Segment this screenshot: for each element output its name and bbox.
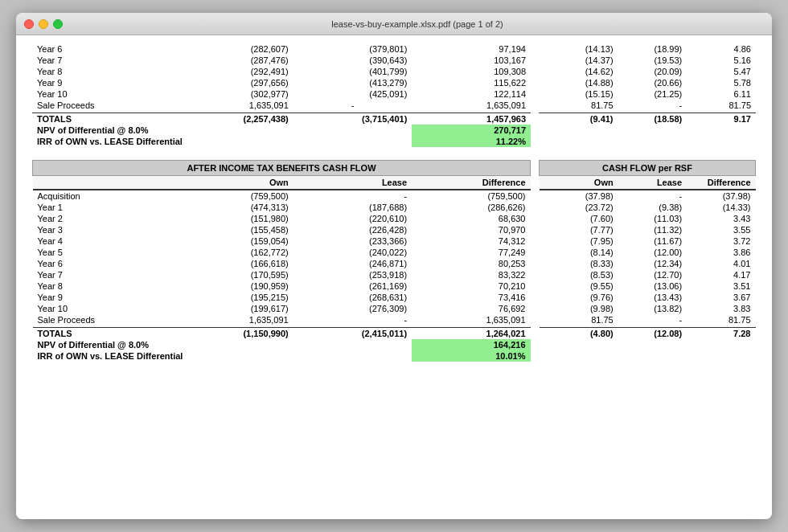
lease-value: (261,169) (293, 280, 412, 292)
maximize-button[interactable] (53, 19, 63, 29)
own-value: (474,313) (174, 202, 293, 213)
own-value: (162,772) (174, 247, 293, 258)
table-row: (9.55) (13.06) 3.51 (540, 280, 756, 292)
row-label: Year 9 (33, 292, 175, 303)
table-row: Year 9 (195,215) (268,631) 73,416 (33, 292, 531, 303)
diff-rsf: 3.43 (687, 213, 755, 224)
col-header-lease-rsf: Lease (618, 176, 687, 190)
irr-value: 10.01% (412, 350, 530, 362)
lease-rsf: (12.70) (618, 269, 687, 280)
col-header-diff-rsf: Difference (687, 176, 755, 190)
row-label: Year 6 (33, 258, 175, 269)
lease-rsf: (20.09) (618, 66, 687, 77)
diff-value: 97,194 (412, 43, 531, 55)
diff-value: 83,322 (412, 269, 530, 280)
close-button[interactable] (24, 19, 34, 29)
own-value: (151,980) (174, 213, 293, 224)
table-row: Sale Proceeds 1,635,091 - 1,635,091 (32, 100, 531, 111)
diff-value: 1,635,091 (412, 314, 530, 325)
own-rsf: (14.88) (549, 77, 618, 88)
table-row: (8.53) (12.70) 4.17 (540, 269, 756, 280)
totals-diff: 1,264,021 (412, 328, 530, 340)
table-row: Year 5 (162,772) (240,022) 77,249 (33, 247, 531, 258)
irr-label: IRR of OWN vs. LEASE Differential (32, 136, 412, 147)
lease-rsf: (18.99) (618, 43, 687, 55)
totals-label: TOTALS (33, 328, 175, 340)
after-tax-left-table: AFTER INCOME TAX BENEFITS CASH FLOW Own … (32, 160, 531, 362)
npv-row: NPV of Differential @ 8.0% 270,717 (32, 125, 531, 136)
col-header-own-rsf: Own (549, 176, 618, 190)
diff-value: 122,114 (412, 88, 531, 100)
lease-value: - (293, 314, 412, 325)
row-label: Year 10 (33, 303, 175, 314)
irr-label: IRR of OWN vs. LEASE Differential (33, 350, 412, 362)
table-row: Year 3 (155,458) (226,428) 70,970 (33, 224, 531, 235)
own-rsf: (14.13) (549, 43, 618, 55)
own-rsf: (9.76) (549, 292, 618, 303)
left-panel-top: Year 6 (282,607) (379,801) 97,194 Year 7… (32, 43, 531, 147)
table-row: (9.98) (13.82) 3.83 (540, 303, 756, 314)
totals-row: TOTALS (2,257,438) (3,715,401) 1,457,963 (32, 113, 531, 125)
lease-value: (187,688) (293, 202, 412, 213)
own-value: (282,607) (174, 43, 293, 55)
row-label: Year 6 (32, 43, 174, 55)
table-row: (14.13) (18.99) 4.86 (539, 43, 756, 55)
minimize-button[interactable] (39, 19, 48, 29)
table-row: (23.72) (9.38) (14.33) (540, 202, 756, 213)
table-row: Year 7 (287,476) (390,643) 103,167 (32, 55, 531, 66)
lease-value: (390,643) (293, 55, 412, 66)
window-title: lease-vs-buy-example.xlsx.pdf (page 1 of… (71, 19, 764, 29)
own-rsf: (37.98) (549, 190, 618, 202)
table-row: Year 10 (199,617) (276,309) 76,692 (33, 303, 531, 314)
lease-value: (246,871) (293, 258, 412, 269)
own-value: (155,458) (174, 224, 293, 235)
table-row: (15.15) (21.25) 6.11 (539, 88, 756, 100)
table-row: Year 2 (151,980) (220,610) 68,630 (33, 213, 531, 224)
npv-value: 270,717 (412, 125, 531, 136)
own-rsf: (7.60) (549, 213, 618, 224)
table-row: Year 4 (159,054) (233,366) 74,312 (33, 235, 531, 247)
col-header-label (33, 176, 175, 190)
irr-value: 11.22% (412, 136, 531, 147)
col-header-spacer (540, 176, 550, 190)
table-row: Acquisition (759,500) - (759,500) (33, 190, 531, 202)
lease-value: - (293, 100, 412, 111)
totals-lease: (2,415,011) (293, 328, 412, 340)
lease-rsf: (13.43) (618, 292, 687, 303)
own-rsf: (23.72) (549, 202, 618, 213)
top-left-table: Year 6 (282,607) (379,801) 97,194 Year 7… (32, 43, 531, 147)
after-tax-right-table: CASH FLOW per RSF Own Lease Difference (… (539, 160, 756, 339)
irr-row: IRR of OWN vs. LEASE Differential 11.22% (32, 136, 531, 147)
col-header-diff: Difference (412, 176, 530, 190)
row-label: Year 8 (33, 280, 175, 292)
diff-rsf: 3.51 (687, 280, 755, 292)
lease-value: (226,428) (293, 224, 412, 235)
table-row: Sale Proceeds 1,635,091 - 1,635,091 (33, 314, 531, 325)
totals-diff: 1,457,963 (412, 113, 531, 125)
lease-rsf: - (618, 190, 687, 202)
npv-label: NPV of Differential @ 8.0% (32, 125, 412, 136)
row-label: Year 2 (33, 213, 175, 224)
lease-rsf: (9.38) (618, 202, 687, 213)
diff-rsf: 81.75 (687, 100, 756, 111)
row-label: Year 10 (32, 88, 174, 100)
diff-rsf: 4.17 (687, 269, 755, 280)
diff-value: 103,167 (412, 55, 531, 66)
titlebar: lease-vs-buy-example.xlsx.pdf (page 1 of… (16, 13, 772, 35)
diff-value: (286,626) (412, 202, 530, 213)
traffic-lights (24, 19, 63, 29)
top-right-table: (14.13) (18.99) 4.86 (14.37) (19.53) 5.1… (539, 43, 756, 125)
diff-rsf: 5.78 (687, 77, 756, 88)
totals-diff-rsf: 7.28 (687, 328, 755, 340)
table-row: Year 7 (170,595) (253,918) 83,322 (33, 269, 531, 280)
lease-rsf: - (618, 314, 687, 325)
npv-value: 164,216 (412, 339, 530, 350)
top-continuation-section: Year 6 (282,607) (379,801) 97,194 Year 7… (32, 43, 756, 147)
diff-value: 1,635,091 (412, 100, 531, 111)
lease-value: (276,309) (293, 303, 412, 314)
diff-value: 73,416 (412, 292, 530, 303)
main-window: lease-vs-buy-example.xlsx.pdf (page 1 of… (16, 13, 772, 519)
lease-rsf: (13.06) (618, 280, 687, 292)
table-row: (7.95) (11.67) 3.72 (540, 235, 756, 247)
own-rsf: (7.95) (549, 235, 618, 247)
